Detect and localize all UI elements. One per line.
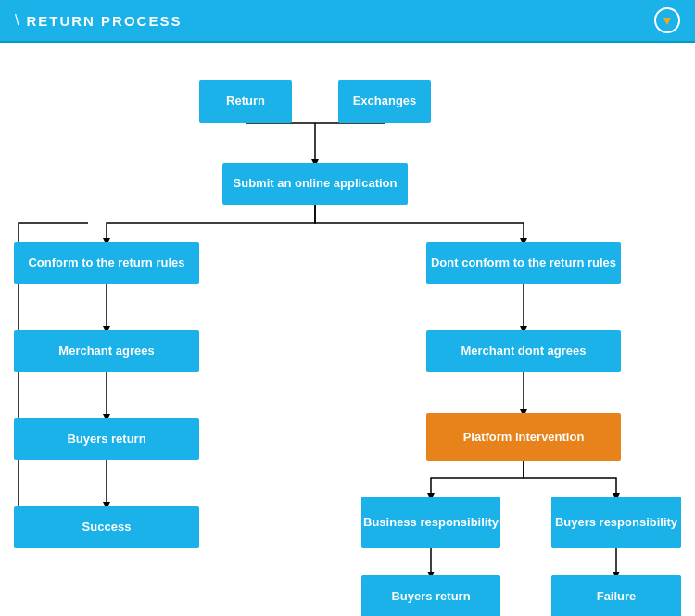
exchanges-box: Exchanges: [338, 80, 431, 123]
chevron-down-icon: ▼: [661, 13, 674, 28]
buyers-resp-box: Buyers responsibility: [551, 497, 681, 548]
platform-box: Platform intervention: [426, 413, 621, 461]
submit-box: Submit an online application: [222, 163, 408, 205]
failure-box: Failure: [551, 575, 681, 616]
dont-conform-box: Dont conform to the return rules: [426, 242, 621, 284]
merchant-agrees-box: Merchant agrees: [14, 330, 199, 372]
business-resp-box: Business responsibility: [361, 497, 500, 548]
conform-box: Conform to the return rules: [14, 242, 199, 284]
return-box: Return: [199, 80, 292, 123]
header-title: RETURN PROCESS: [26, 13, 182, 29]
merchant-dont-box: Merchant dont agrees: [426, 330, 621, 372]
success-box: Success: [14, 506, 199, 548]
buyers-return-left-box: Buyers return: [14, 418, 199, 460]
header-icon: \: [15, 12, 19, 29]
header: \ RETURN PROCESS ▼: [0, 0, 695, 43]
buyers-return-mid-box: Buyers return: [361, 575, 500, 616]
header-chevron[interactable]: ▼: [654, 7, 680, 33]
